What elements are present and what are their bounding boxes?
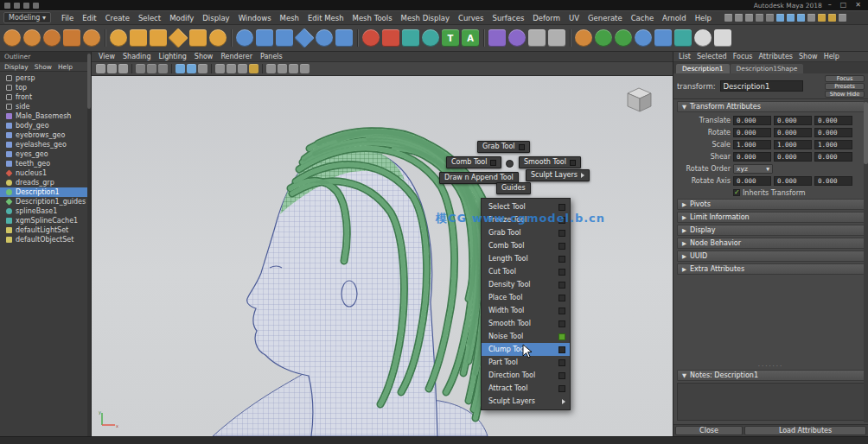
outliner-item-male-basemesh[interactable]: Male_Basemesh (0, 111, 91, 121)
context-menu-item-grab-tool[interactable]: Grab Tool (482, 226, 570, 239)
viewport-menu-shading[interactable]: Shading (123, 53, 151, 60)
tool-options-icon[interactable] (519, 144, 525, 150)
nurbs-cone-icon[interactable] (168, 28, 188, 48)
section-pivots[interactable]: ▶Pivots (677, 199, 865, 210)
ae-menu-focus[interactable]: Focus (733, 53, 753, 60)
outliner-scrollbar[interactable] (87, 52, 91, 436)
tool-options-icon[interactable] (558, 320, 565, 327)
bezier-curve-icon[interactable] (43, 29, 61, 47)
menu-create[interactable]: Create (101, 14, 134, 22)
menu-surfaces[interactable]: Surfaces (488, 14, 529, 22)
viewport-menu-show[interactable]: Show (195, 53, 214, 60)
nhair-icon[interactable] (615, 29, 632, 47)
quad-draw-icon[interactable] (382, 29, 399, 47)
outliner-item-defaultlightset[interactable]: defaultLightSet (0, 225, 91, 235)
menu-windows[interactable]: Windows (234, 14, 276, 22)
context-menu-item-place-tool[interactable]: Place Tool (482, 291, 570, 304)
minimize-button[interactable]: – (826, 1, 834, 10)
nurbs-plane-icon[interactable] (189, 29, 207, 47)
snap-to-grid-icon[interactable] (776, 14, 784, 22)
lighting-mode-icon[interactable] (249, 64, 258, 73)
render-icon[interactable] (176, 64, 185, 73)
menu-mesh[interactable]: Mesh (276, 14, 303, 22)
poly-cylinder-icon[interactable] (276, 29, 293, 47)
outliner-item-splinebase1[interactable]: splineBase1 (0, 206, 91, 216)
presets-button[interactable]: Presets (825, 83, 865, 90)
scale-field[interactable] (733, 140, 771, 149)
menu-curves[interactable]: Curves (454, 14, 488, 22)
menu-arnold[interactable]: Arnold (658, 14, 691, 22)
context-menu-item-density-tool[interactable]: Density Tool (482, 278, 570, 291)
type-tool-icon[interactable]: A (462, 29, 479, 47)
outliner-item-eyebrows-geo[interactable]: eyebrows_geo (0, 130, 91, 140)
ncloth-icon[interactable] (635, 29, 652, 47)
redo-icon[interactable] (766, 14, 774, 22)
isolate-select-icon[interactable] (266, 64, 276, 73)
snap-grid-icon[interactable] (136, 64, 145, 73)
new-scene-icon[interactable] (14, 3, 20, 9)
outliner-item-eyelashes-geo[interactable]: eyelashes_geo (0, 140, 91, 149)
outliner-menu-show[interactable]: Show (35, 63, 52, 71)
ep-curve-icon[interactable] (23, 29, 41, 47)
attribute-editor-scrollbar[interactable] (864, 100, 868, 422)
ipr-render-icon[interactable] (187, 64, 196, 73)
context-menu-item-comb-tool[interactable]: Comb Tool (482, 239, 570, 252)
tool-options-icon[interactable] (558, 333, 565, 340)
menu-display[interactable]: Display (198, 14, 233, 22)
nurbs-sphere-icon[interactable] (110, 29, 127, 47)
rotate-axis-field[interactable] (733, 176, 771, 186)
tool-options-icon[interactable] (558, 282, 565, 289)
shear-field[interactable] (733, 152, 771, 162)
poly-torus-icon[interactable] (316, 29, 333, 47)
inherits-transform-checkbox[interactable] (733, 189, 740, 196)
load-attributes-button[interactable]: Load Attributes (744, 426, 866, 435)
outliner-item-body-geo[interactable]: body_geo (0, 121, 91, 130)
ae-menu-help[interactable]: Help (824, 53, 839, 60)
translate-field[interactable] (814, 116, 852, 125)
nurbs-cylinder-icon[interactable] (150, 29, 167, 47)
maximize-button[interactable]: □ (838, 1, 850, 10)
xgen-icon[interactable] (595, 29, 612, 47)
viewport-menu-lighting[interactable]: Lighting (158, 53, 186, 60)
rotate-field[interactable] (774, 128, 812, 137)
smooth-mesh-icon[interactable] (508, 29, 526, 47)
outliner-item-description1-guides[interactable]: Description1_guides (0, 197, 91, 206)
context-menu-item-length-tool[interactable]: Length Tool (482, 252, 570, 265)
render-view-icon[interactable] (818, 14, 826, 22)
render-settings-icon[interactable] (198, 64, 207, 73)
menu-cache[interactable]: Cache (627, 14, 658, 22)
outliner-menu-display[interactable]: Display (4, 63, 29, 71)
marking-menu-grab-tool[interactable]: Grab Tool (477, 141, 530, 153)
marking-menu-comb-tool[interactable]: Comb Tool (446, 156, 501, 168)
fluids-icon[interactable] (654, 29, 672, 47)
outliner-menu-help[interactable]: Help (58, 63, 73, 71)
context-menu-item-width-tool[interactable]: Width Tool (482, 304, 570, 317)
poly-cube-icon[interactable] (256, 29, 273, 47)
scale-field[interactable] (814, 140, 852, 149)
field-chart-icon[interactable] (278, 64, 287, 73)
render-settings-icon[interactable] (714, 29, 731, 47)
outliner-item-teeth-geo[interactable]: teeth_geo (0, 159, 91, 168)
select-by-component-icon[interactable] (118, 64, 128, 73)
section-node-behavior[interactable]: ▶Node Behavior (677, 238, 865, 249)
viewport-canvas[interactable]: y x 模CG www.cgmodel.b.cn Grab Tool Comb … (92, 76, 673, 436)
tool-options-icon[interactable] (558, 346, 565, 353)
section-transform-attributes[interactable]: ▼ Transform Attributes (677, 101, 865, 112)
arnold-render-icon[interactable] (694, 29, 712, 47)
viewport-menu-renderer[interactable]: Renderer (220, 53, 252, 60)
text-tool-icon[interactable]: T (442, 29, 459, 47)
menu-edit-mesh[interactable]: Edit Mesh (303, 14, 348, 22)
rotate-axis-field[interactable] (814, 176, 852, 186)
outliner-item-persp[interactable]: persp (0, 73, 91, 83)
shaded-mode-icon[interactable] (227, 64, 236, 73)
poly-sphere-icon[interactable] (236, 29, 253, 47)
tool-options-icon[interactable] (558, 269, 565, 276)
new-scene-icon[interactable] (724, 14, 732, 22)
undo-icon[interactable] (756, 14, 763, 22)
context-menu-item-cut-tool[interactable]: Cut Tool (482, 265, 570, 278)
cv-curve-icon[interactable] (3, 29, 21, 47)
viewport-menu-view[interactable]: View (99, 53, 115, 60)
context-menu-item-direction-tool[interactable]: Direction Tool (482, 369, 570, 382)
close-button[interactable]: ✕ (852, 1, 864, 10)
textured-mode-icon[interactable] (238, 64, 247, 73)
